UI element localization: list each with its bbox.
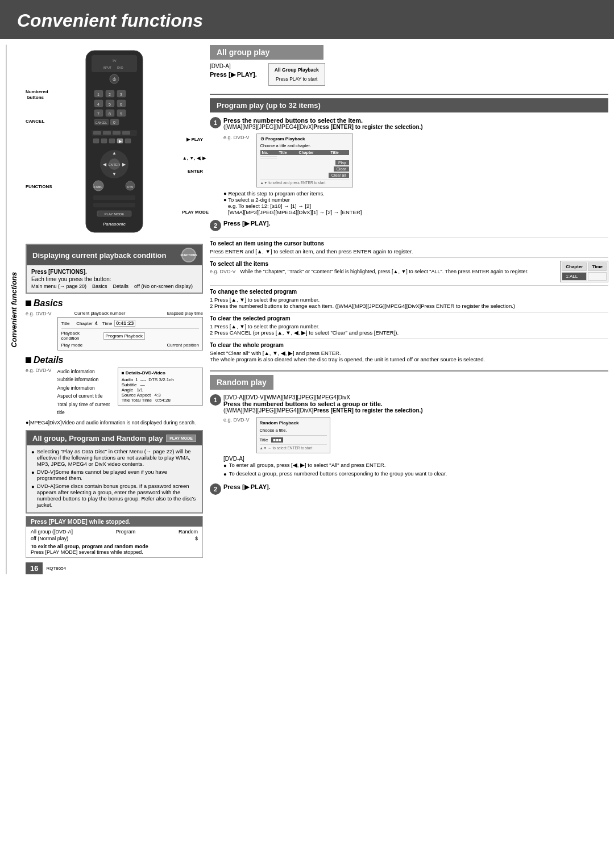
random-screen-mockup: Random Playback Choose a title. Title ■■…	[256, 417, 330, 453]
functions-label: FUNCTIONS	[26, 184, 52, 189]
random-text: Press the numbered buttons to select a g…	[223, 400, 608, 407]
svg-rect-31	[103, 131, 111, 135]
program-screen-header: ⊙ Program Playback	[260, 136, 349, 141]
details-inner-table: ■ Details-DVD-Video Audio 1 ---- DTS 3/2…	[118, 368, 203, 406]
state-details: Details	[113, 283, 129, 289]
step-2-content: Press [▶ PLAY].	[223, 220, 608, 227]
diagram-top-labels: Current playback number Elapsed play tim…	[57, 311, 203, 316]
svg-text:TV: TV	[112, 59, 117, 62]
bullet-2: ● DVD-V]Some items cannot be played even…	[31, 469, 197, 481]
all-group-label: All group ([DVD-A]	[31, 529, 73, 535]
random-step-2-number: 2	[210, 483, 221, 495]
svg-text:CANCEL: CANCEL	[96, 121, 107, 124]
program-buttons: Play Clear Clear all	[260, 160, 349, 178]
details-audio-row: Audio 1 ---- DTS 3/2.1ch	[122, 377, 199, 382]
title-label: Title	[61, 321, 70, 326]
play-mode-label: PLAY MODE	[182, 210, 209, 215]
clear-program-section: To clear the selected program 1 Press [▲…	[210, 312, 608, 336]
random-step-2: 2 Press [▶ PLAY].	[210, 483, 608, 495]
details-angle-row: Angle 1/1	[122, 387, 199, 393]
basics-diagram-row: e.g. DVD-V Current playback number Elaps…	[26, 311, 203, 350]
audio-info-label: Audio information	[57, 368, 114, 375]
select-all-data-table: Chapter Time 1:ALL	[560, 261, 608, 282]
random-screen-footer: ▲▼ ← to select ENTER to start	[260, 444, 327, 450]
clear-whole-text2: The whole program is also cleared when t…	[210, 356, 608, 362]
random-note-1: ● To enter all groups, press [◀, ▶] to s…	[223, 462, 608, 469]
basics-bullet	[26, 301, 31, 306]
details-note: ●[MPEG4]DivX]Video and audio information…	[26, 420, 203, 425]
all-group-play-section: All group play [DVD-A] Press [▶ PLAY]. A…	[210, 45, 608, 86]
cancel-label: CANCEL	[26, 119, 45, 124]
play-mode-row: All group ([DVD-A] Program Random	[31, 529, 198, 535]
playback-label-text: Playbackcondition	[61, 331, 101, 341]
svg-text:◀: ◀	[103, 162, 107, 167]
random-step-2-content: Press [▶ PLAY].	[223, 483, 608, 491]
svg-rect-39	[125, 139, 131, 143]
svg-text:1: 1	[97, 93, 99, 97]
current-position-bottom: Current position	[167, 343, 199, 348]
select-all-left: To select all the items e.g. DVD-V While…	[210, 261, 554, 274]
svg-rect-35	[101, 139, 107, 143]
svg-rect-33	[122, 131, 130, 135]
random-screen-sub: Choose a title.	[260, 428, 327, 433]
clear-btn: Clear	[334, 166, 349, 172]
svg-text:0: 0	[113, 120, 115, 124]
aspect-info-label: Aspect of current title	[57, 392, 114, 400]
total-play-label: Total play time of current title	[57, 400, 114, 417]
all-group-screen-title: All Group Playback	[275, 67, 319, 73]
svg-text:5: 5	[109, 102, 111, 106]
details-table-box: ■ Details-DVD-Video Audio 1 ---- DTS 3/2…	[118, 368, 203, 406]
details-subtitle-row: Subtitle —	[122, 382, 199, 387]
each-time-text: Each time you press the button:	[31, 276, 197, 282]
displaying-header: Displaying current playback condition FU…	[27, 245, 202, 265]
all-cell: 1:ALL	[562, 272, 587, 281]
all-group-play-content: [DVD-A] Press [▶ PLAY]. All Group Playba…	[210, 63, 608, 86]
page-header: Convenient functions	[0, 0, 614, 39]
screen-footer: ▲▼ to select and press ENTER to start	[260, 179, 349, 185]
change-program-title: To change the selected program	[210, 289, 608, 295]
svg-text:Panasonic: Panasonic	[103, 222, 126, 227]
svg-text:▲: ▲	[112, 151, 117, 156]
step-1-content: Press the numbered buttons to select the…	[223, 117, 608, 215]
change-program-steps: 1 Press [▲, ▼] to select the program num…	[210, 297, 608, 309]
random-title-row: Title ■■■	[260, 435, 327, 443]
col-title: Title	[277, 150, 297, 155]
select-all-row: To select all the items e.g. DVD-V While…	[210, 261, 608, 282]
svg-text:6: 6	[120, 102, 122, 106]
remote-svg: TV INPUT DVD ⏻ 1 2 3 4 5	[66, 45, 163, 238]
displaying-content: Press [FUNCTIONS]. Each time you press t…	[27, 265, 202, 293]
svg-text:9: 9	[120, 112, 122, 116]
functions-icon: FUNCTIONS	[181, 248, 196, 262]
svg-text:▶: ▶	[122, 162, 126, 167]
play-btn: Play	[335, 160, 349, 165]
svg-text:DVD: DVD	[117, 66, 123, 69]
dvd-a-label: [DVD-A]	[210, 63, 257, 69]
step-1-notes: ● Repeat this step to program other item…	[223, 190, 608, 215]
select-all-table: Chapter Time 1:ALL	[560, 261, 608, 282]
program-label: Program	[116, 529, 136, 535]
time-col: Time	[588, 262, 607, 271]
step-1: 1 Press the numbered buttons to select t…	[210, 117, 608, 215]
step-1-press: Press [ENTER] to register the selection.…	[313, 124, 422, 130]
all-group-title: All group, Program and Random play	[32, 434, 163, 443]
svg-text:4: 4	[97, 102, 99, 106]
play-mode-section: Press [PLAY MODE] while stopped. All gro…	[26, 516, 203, 558]
play-label: ▶ PLAY	[186, 137, 203, 142]
svg-text:▼: ▼	[112, 172, 117, 177]
clear-all-btn: Clear all	[329, 173, 349, 178]
all-group-content: ● Selecting "Play as Data Disc" in Other…	[27, 445, 202, 512]
footer-row: 16 RQT8654	[26, 562, 203, 574]
change-program-section: To change the selected program 1 Press […	[210, 285, 608, 309]
details-labels-list: Audio information Subtitle information A…	[57, 368, 114, 417]
displaying-title: Displaying current playback condition	[32, 251, 167, 260]
svg-rect-32	[113, 131, 121, 135]
svg-text:3: 3	[120, 93, 122, 97]
details-title-row: Details	[26, 355, 203, 365]
page: Convenient functions Convenient function…	[0, 0, 614, 868]
svg-text:RTN: RTN	[127, 185, 134, 189]
state-main: Main menu (→ page 20)	[31, 283, 86, 289]
all-group-play-header: All group play	[210, 45, 323, 60]
program-table: No. Title Chapter Title	[260, 150, 349, 158]
basics-section: Basics e.g. DVD-V Current playback numbe…	[26, 298, 203, 350]
svg-text:ENTER: ENTER	[109, 163, 121, 166]
